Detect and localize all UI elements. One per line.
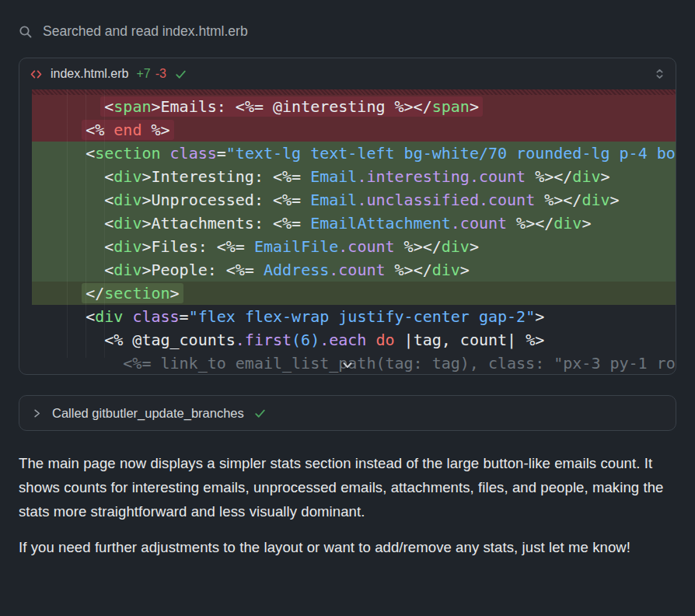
diff-card-header[interactable]: index.html.erb +7 -3	[19, 58, 676, 89]
tool-call-search-header[interactable]: Searched and read index.html.erb	[19, 23, 676, 40]
code-line: <div class="flex flex-wrap justify-cente…	[19, 305, 676, 328]
code-diff-viewport[interactable]: <span>Emails: <%= @interesting %></span>…	[19, 89, 676, 374]
unfold-icon[interactable]	[654, 68, 665, 80]
diff-card: index.html.erb +7 -3 <span>Emails: <%= @…	[19, 58, 676, 375]
gitbutler-check-icon	[253, 407, 267, 420]
code-line: <div>People: <%= Address.count %></div>	[19, 258, 676, 282]
scroll-down-indicator[interactable]	[341, 360, 354, 371]
tool-call-search-label: Searched and read index.html.erb	[43, 23, 248, 40]
tool-call-gitbutler[interactable]: Called gitbutler_update_branches	[19, 395, 676, 431]
code-line: <div>Attachments: <%= EmailAttachment.co…	[19, 212, 676, 235]
code-line: <section class="text-lg text-left bg-whi…	[19, 142, 676, 165]
assistant-paragraph-1: The main page now displays a simpler sta…	[19, 451, 676, 523]
collapsed-region-hatch	[32, 89, 676, 95]
assistant-message: The main page now displays a simpler sta…	[19, 451, 676, 559]
code-line: <% @tag_counts.first(6).each do |tag, co…	[19, 328, 676, 352]
code-line: <div>Interesting: <%= Email.interesting.…	[19, 165, 676, 188]
code-line: <% end %>	[19, 118, 676, 142]
success-check-icon	[174, 68, 187, 81]
diff-filename: index.html.erb	[51, 67, 129, 81]
additions-count: +7	[137, 67, 151, 81]
deletions-count: -3	[155, 67, 166, 81]
code-line: <div>Unprocessed: <%= Email.unclassified…	[19, 188, 676, 212]
code-line: <div>Files: <%= EmailFile.count %></div>	[19, 235, 676, 258]
search-icon	[19, 25, 33, 39]
code-line: </section>	[19, 282, 676, 305]
code-lines: <span>Emails: <%= @interesting %></span>…	[19, 95, 676, 374]
tool-call-gitbutler-label: Called gitbutler_update_branches	[52, 406, 244, 421]
assistant-paragraph-2: If you need further adjustments to the l…	[19, 535, 676, 559]
code-line: <span>Emails: <%= @interesting %></span>	[19, 95, 676, 118]
chat-transcript: Searched and read index.html.erb index.h…	[0, 0, 695, 559]
chevron-right-icon	[31, 408, 43, 419]
code-file-icon	[30, 68, 43, 81]
